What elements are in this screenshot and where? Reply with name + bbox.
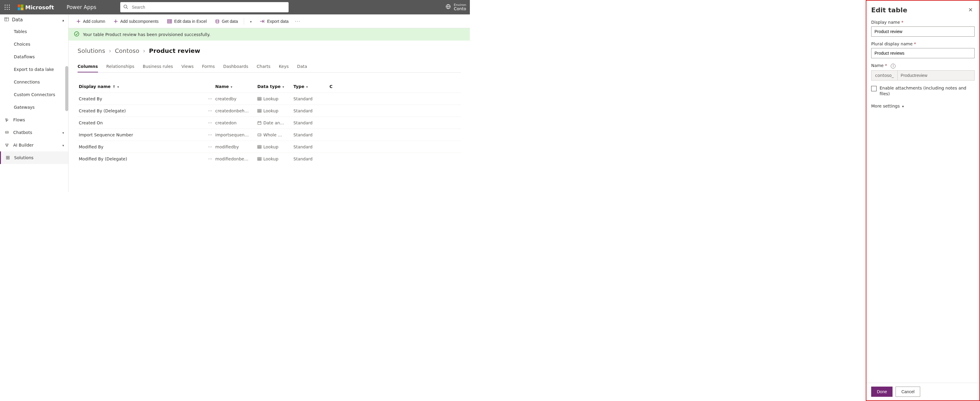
table-row[interactable]: Created By···createdbyLookupStandard	[78, 92, 461, 105]
nav-dataflows[interactable]: Dataflows	[0, 51, 68, 63]
row-more-button[interactable]: ···	[205, 108, 215, 113]
nav-export-datalake[interactable]: Export to data lake	[0, 63, 68, 76]
tab-charts[interactable]: Charts	[257, 62, 270, 72]
cmd-label: Get data	[222, 19, 238, 24]
nav-connections[interactable]: Connections	[0, 76, 68, 88]
flows-icon	[4, 118, 10, 122]
main-area: Add column Add subcomponents Edit data i…	[68, 14, 470, 192]
nav-item-label: AI Builder	[13, 143, 34, 147]
left-nav: Data Tables Choices Dataflows Export to …	[0, 14, 68, 192]
nav-tables[interactable]: Tables	[0, 25, 68, 38]
row-more-button[interactable]: ···	[205, 97, 215, 101]
nav-ai-builder[interactable]: AI Builder	[0, 139, 68, 151]
nav-solutions[interactable]: Solutions	[0, 151, 68, 164]
col-type[interactable]: Type	[293, 84, 329, 89]
svg-point-8	[9, 9, 10, 10]
cmd-edit-excel[interactable]: Edit data in Excel	[164, 16, 210, 27]
brand-logo[interactable]: Microsoft	[15, 4, 57, 11]
svg-rect-50	[258, 121, 261, 124]
cell-display: Import Sequence Number	[79, 133, 205, 137]
col-label: Name	[215, 84, 229, 89]
chevron-right-icon: ›	[143, 47, 145, 54]
cell-data-type: 123Whole …	[257, 133, 293, 137]
row-more-button[interactable]: ···	[205, 157, 215, 161]
columns-grid: Display name Name Data type Type	[78, 81, 461, 165]
tab-forms[interactable]: Forms	[202, 62, 215, 72]
cmd-label: Export data	[267, 19, 289, 24]
chevron-right-icon: ›	[109, 47, 111, 54]
col-label: Type	[293, 84, 304, 89]
tab-label: Business rules	[143, 64, 173, 69]
tab-views[interactable]: Views	[181, 62, 194, 72]
cell-type: Standard	[293, 157, 329, 161]
chevron-up-icon	[62, 17, 64, 22]
tab-label: Data	[297, 64, 307, 69]
tab-dashboards[interactable]: Dashboards	[223, 62, 248, 72]
plus-icon	[114, 19, 118, 24]
tab-keys[interactable]: Keys	[279, 62, 289, 72]
svg-point-2	[9, 5, 10, 5]
more-icon: ···	[208, 144, 212, 149]
search-icon	[123, 5, 128, 10]
row-more-button[interactable]: ···	[205, 133, 215, 137]
waffle-menu[interactable]	[2, 2, 12, 12]
brand-text: Microsoft	[25, 4, 54, 11]
table-icon	[257, 145, 261, 149]
table-row[interactable]: Created By (Delegate)···createdonbeh…Loo…	[78, 105, 461, 117]
more-icon: ···	[208, 108, 212, 113]
chevron-down-icon	[282, 84, 284, 89]
cell-type: Standard	[293, 144, 329, 149]
col-name[interactable]: Name	[215, 84, 257, 89]
cmd-add-column[interactable]: Add column	[73, 16, 109, 27]
tab-data[interactable]: Data	[297, 62, 307, 72]
cell-type: Standard	[293, 120, 329, 125]
nav-item-label: Custom Connectors	[14, 92, 55, 97]
col-label: Display name	[79, 84, 111, 89]
sort-asc-icon	[113, 84, 115, 89]
breadcrumb: Solutions › Contoso › Product review	[78, 43, 461, 56]
cmd-export-data[interactable]: Export data	[256, 16, 292, 27]
row-more-button[interactable]: ···	[205, 120, 215, 125]
tab-columns[interactable]: Columns	[78, 62, 98, 72]
svg-point-5	[9, 6, 10, 8]
tab-relationships[interactable]: Relationships	[107, 62, 134, 72]
cmd-get-data[interactable]: Get data	[212, 16, 242, 27]
row-more-button[interactable]: ···	[205, 144, 215, 149]
nav-choices[interactable]: Choices	[0, 38, 68, 51]
cmd-get-data-dropdown[interactable]	[247, 16, 255, 27]
col-data-type[interactable]: Data type	[257, 84, 293, 89]
nav-chatbots[interactable]: Chatbots	[0, 126, 68, 139]
nav-flows[interactable]: Flows	[0, 114, 68, 126]
crumb-current: Product review	[149, 47, 200, 54]
table-row[interactable]: Import Sequence Number···importsequen…12…	[78, 128, 461, 141]
scrollbar-thumb[interactable]	[65, 66, 68, 111]
col-display-name[interactable]: Display name	[79, 84, 205, 89]
svg-point-1	[6, 5, 8, 5]
svg-rect-17	[5, 131, 8, 133]
nav-custom-connectors[interactable]: Custom Connectors	[0, 88, 68, 101]
command-bar: Add column Add subcomponents Edit data i…	[68, 14, 470, 28]
tab-business-rules[interactable]: Business rules	[143, 62, 173, 72]
table-row[interactable]: Created On···createdonDate an…Standard	[78, 117, 461, 128]
table-row[interactable]: Modified By···modifiedbyLookupStandard	[78, 141, 461, 152]
nav-gateways[interactable]: Gateways	[0, 101, 68, 114]
cmd-overflow[interactable]: ···	[293, 16, 302, 27]
crumb-solutions[interactable]: Solutions	[78, 47, 105, 54]
calendar-icon	[257, 121, 261, 125]
chevron-down-icon	[231, 84, 232, 89]
col-label: Data type	[257, 84, 280, 89]
nav-group-label: Data	[12, 17, 23, 22]
crumb-environment[interactable]: Contoso	[115, 47, 140, 54]
col-extra[interactable]: C	[329, 84, 460, 89]
cmd-add-subcomponents[interactable]: Add subcomponents	[110, 16, 162, 27]
environment-label: Environ	[454, 3, 466, 6]
environment-picker[interactable]: Environ Conto	[445, 3, 468, 11]
chevron-down-icon	[117, 84, 119, 89]
more-icon: ···	[208, 157, 212, 161]
nav-group-data[interactable]: Data	[0, 14, 68, 25]
cell-type: Standard	[293, 133, 329, 137]
table-row[interactable]: Modified By (Delegate)···modifiedonbe…Lo…	[78, 152, 461, 165]
cell-name: modifiedonbe…	[215, 157, 257, 161]
search-input[interactable]	[120, 2, 289, 12]
app-name[interactable]: Power Apps	[59, 4, 97, 10]
